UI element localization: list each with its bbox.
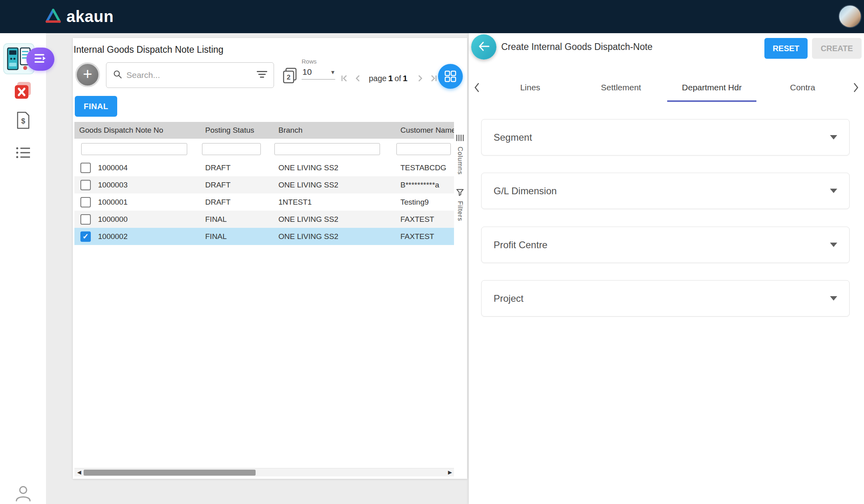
gl-dimension-dropdown[interactable]: G/L Dimension xyxy=(481,173,850,209)
top-navbar: akaun xyxy=(0,0,864,33)
cell-customer: TESTABCDG xyxy=(396,163,454,172)
left-sidebar: $ xyxy=(0,33,46,504)
cell-note-no: 1000002 xyxy=(98,232,128,241)
reset-button[interactable]: RESET xyxy=(764,38,808,59)
akaun-logo-icon xyxy=(44,8,62,26)
profit-centre-label: Profit Centre xyxy=(494,239,548,251)
back-button[interactable] xyxy=(471,34,496,60)
cell-branch: ONE LIVING SS2 xyxy=(274,163,396,172)
create-dispatch-note-panel: Create Internal Goods Dispatch-Note RESE… xyxy=(469,33,864,504)
table-header-row: Goods Dispatch Note No Posting Status Br… xyxy=(74,122,454,139)
tabs-scroll-left[interactable] xyxy=(469,73,485,102)
cell-customer: Testing9 xyxy=(396,198,454,207)
column-header[interactable]: Posting Status xyxy=(201,126,274,135)
search-icon xyxy=(113,70,122,81)
dispatch-note-table: Goods Dispatch Note No Posting Status Br… xyxy=(74,122,454,245)
cell-customer: FAXTEST xyxy=(396,232,454,241)
total-pages: 1 xyxy=(403,74,408,83)
search-input[interactable] xyxy=(126,70,257,80)
profit-centre-dropdown[interactable]: Profit Centre xyxy=(481,227,850,263)
page-indicator: page1of1 xyxy=(369,74,409,83)
table-row[interactable]: 1000001 DRAFT 1NTEST1 Testing9 xyxy=(74,193,454,211)
filter-branch-input[interactable] xyxy=(274,143,380,155)
panel-title: Create Internal Goods Dispatch-Note xyxy=(501,42,652,52)
create-button-disabled[interactable]: CREATE xyxy=(812,38,862,59)
cell-note-no: 1000000 xyxy=(98,215,128,224)
final-filter-button[interactable]: FINAL xyxy=(75,96,117,117)
current-page: 1 xyxy=(388,74,393,83)
tabs-scroll-right[interactable] xyxy=(848,73,864,102)
columns-tab-label: Columns xyxy=(456,147,464,175)
brand[interactable]: akaun xyxy=(44,0,114,33)
cell-posting-status: FINAL xyxy=(201,215,274,224)
funnel-icon xyxy=(456,188,464,198)
add-record-button[interactable]: + xyxy=(75,62,100,87)
row-checkbox[interactable] xyxy=(80,197,91,207)
tab-contra[interactable]: Contra xyxy=(757,73,848,102)
table-row[interactable]: 1000000 FINAL ONE LIVING SS2 FAXTEST xyxy=(74,211,454,228)
last-page-button[interactable] xyxy=(428,72,440,84)
filter-list-icon[interactable] xyxy=(257,70,267,80)
chevron-down-icon xyxy=(830,135,837,139)
project-dropdown[interactable]: Project xyxy=(481,280,850,317)
row-checkbox-checked[interactable]: ✓ xyxy=(80,231,91,242)
gl-dimension-label: G/L Dimension xyxy=(494,185,557,197)
filters-side-tab[interactable]: Filters xyxy=(456,188,464,221)
user-avatar[interactable] xyxy=(838,5,862,28)
tab-settlement[interactable]: Settlement xyxy=(576,73,666,102)
horizontal-scrollbar[interactable]: ◀ ▶ xyxy=(74,468,454,476)
column-header[interactable]: Branch xyxy=(274,126,396,135)
cell-posting-status: DRAFT xyxy=(201,198,274,207)
sidebar-expand-button[interactable] xyxy=(26,48,54,71)
cell-customer: FAXTEST xyxy=(396,215,454,224)
cell-posting-status: DRAFT xyxy=(201,163,274,172)
listing-title: Internal Goods Dispatch Note Listing xyxy=(74,44,224,55)
table-row[interactable]: 1000004 DRAFT ONE LIVING SS2 TESTABCDG xyxy=(74,159,454,176)
filter-posting-status-input[interactable] xyxy=(202,143,261,155)
row-checkbox[interactable] xyxy=(80,163,91,173)
chevron-down-icon xyxy=(830,243,837,247)
cell-branch: 1NTEST1 xyxy=(274,198,396,207)
columns-side-tab[interactable]: Columns xyxy=(456,134,464,175)
cell-note-no: 1000001 xyxy=(98,198,128,207)
filters-tab-label: Filters xyxy=(456,201,464,221)
filter-note-no-input[interactable] xyxy=(81,143,187,155)
row-checkbox[interactable] xyxy=(80,214,91,225)
column-header[interactable]: Customer Name xyxy=(396,126,454,135)
next-page-button[interactable] xyxy=(414,72,426,84)
search-box xyxy=(106,62,274,88)
invoice-document-icon[interactable]: $ xyxy=(0,112,46,129)
filter-customer-input[interactable] xyxy=(396,143,451,155)
grid-view-button[interactable] xyxy=(438,64,463,89)
table-row[interactable]: 1000003 DRAFT ONE LIVING SS2 B**********… xyxy=(74,176,454,193)
menu-arrow-icon xyxy=(34,53,47,65)
detail-tabs: Lines Settlement Department Hdr Contra xyxy=(469,73,864,102)
cell-customer: B**********a xyxy=(396,181,454,189)
scrollbar-thumb[interactable] xyxy=(84,470,256,476)
previous-page-button[interactable] xyxy=(352,72,364,84)
columns-icon xyxy=(456,134,464,143)
account-icon[interactable] xyxy=(0,484,46,502)
project-label: Project xyxy=(494,293,524,304)
rows-value: 10 xyxy=(302,67,312,77)
duplicate-pages-icon[interactable]: 2 xyxy=(282,67,298,84)
cell-note-no: 1000004 xyxy=(98,163,128,172)
column-header[interactable]: Goods Dispatch Note No xyxy=(74,126,201,135)
row-checkbox[interactable] xyxy=(80,180,91,190)
tab-department-hdr[interactable]: Department Hdr xyxy=(666,73,757,102)
scroll-left-icon[interactable]: ◀ xyxy=(76,469,82,476)
chevron-down-icon: ▾ xyxy=(331,68,334,76)
first-page-button[interactable] xyxy=(338,72,350,84)
brand-name: akaun xyxy=(66,8,114,26)
tab-lines[interactable]: Lines xyxy=(485,73,576,102)
cell-branch: ONE LIVING SS2 xyxy=(274,215,396,224)
listing-menu-icon[interactable] xyxy=(0,146,46,159)
rows-label: Rows xyxy=(302,58,338,65)
table-row-selected[interactable]: ✓1000002 FINAL ONE LIVING SS2 FAXTEST xyxy=(74,228,454,245)
pdf-export-icon[interactable] xyxy=(0,82,46,100)
pagination: page1of1 xyxy=(338,72,440,84)
scroll-right-icon[interactable]: ▶ xyxy=(447,469,453,476)
segment-dropdown[interactable]: Segment xyxy=(481,119,850,155)
segment-label: Segment xyxy=(494,132,532,143)
rows-per-page-select[interactable]: 10 ▾ xyxy=(302,65,335,80)
